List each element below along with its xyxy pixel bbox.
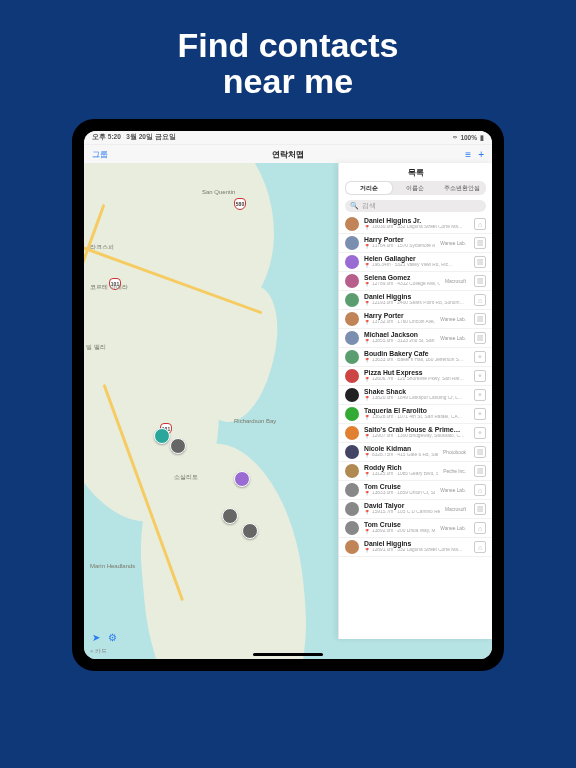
contact-name: Selena Gomez: [364, 275, 440, 282]
contact-org: Macrosoft: [445, 279, 469, 284]
list-item[interactable]: Helen Gallagher📍196.34m · 5321 Valley Vi…: [339, 253, 492, 272]
contact-org: Photobook: [443, 450, 469, 455]
contact-name: Daniel Higgins Jr.: [364, 218, 469, 225]
contact-subtitle: 13633.0m · Baker's Hall, 160 Jefferson S…: [372, 358, 464, 363]
contact-name: Shake Shack: [364, 389, 469, 396]
list-item[interactable]: Daniel Higgins📍12193.0m · 2400 Sears Poi…: [339, 291, 492, 310]
contact-name: Michael Jackson: [364, 332, 435, 339]
pin-icon: 📍: [364, 529, 370, 534]
address-kind-icon: ▥: [474, 465, 486, 477]
home-indicator: [253, 653, 323, 656]
avatar: [345, 217, 359, 231]
avatar: [345, 521, 359, 535]
hero-line2: near me: [177, 64, 398, 100]
list-item[interactable]: Tom Cruise📍13833.0m · 1859 Union Ct, Sau…: [339, 481, 492, 500]
list-item[interactable]: Selena Gomez📍12789.0m · 4312 College Ave…: [339, 272, 492, 291]
contact-subtitle: 12193.0m · 2400 Sears Point Rd, Sonom…: [372, 301, 464, 306]
contact-subtitle: 11764.0m · 1570 Sycamore Ave #7500…: [372, 244, 435, 249]
contact-subtitle: 196.34m · 5321 Valley View Rd, Ric…: [372, 263, 453, 268]
battery-percent: 100%: [460, 134, 477, 141]
list-item[interactable]: Michael Jackson📍13855.0m · 3123 2nd St, …: [339, 329, 492, 348]
contact-org: Wanee Lab.: [440, 317, 469, 322]
address-kind-icon: ⌖: [474, 408, 486, 420]
avatar: [345, 274, 359, 288]
list-item[interactable]: Taqueria El Farolito📍13628.0m · 1071 4th…: [339, 405, 492, 424]
list-item[interactable]: Boudin Bakery Cafe📍13633.0m · Baker's Ha…: [339, 348, 492, 367]
list-item[interactable]: Nicole Kidman📍8328.75m · 415 Gate 6 Rd, …: [339, 443, 492, 462]
contact-org: Wanee Lab.: [440, 526, 469, 531]
map-settings-icon[interactable]: ⚙: [108, 632, 117, 643]
pin-icon: 📍: [364, 225, 370, 230]
map-label: 코르테 마데라: [90, 283, 128, 292]
contact-subtitle: 15915.7m · 105 C D Camino Real, Millbra…: [372, 510, 440, 515]
contact-name: Saito's Crab House & Prime…: [364, 427, 469, 434]
segment-unresolved[interactable]: 주소변환안됨: [439, 182, 485, 194]
list-item[interactable]: David Talyor📍15915.7m · 105 C D Camino R…: [339, 500, 492, 519]
pin-icon: 📍: [364, 263, 370, 268]
nav-bar: 그룹 연락처맵 ≡ +: [84, 145, 492, 163]
contact-subtitle: 10030.0m · 332 Laguna Street Corte Ma…: [372, 225, 463, 230]
avatar: [345, 312, 359, 326]
pin-icon: 📍: [364, 301, 370, 306]
address-kind-icon: ▥: [474, 332, 486, 344]
avatar: [345, 464, 359, 478]
address-kind-icon: ▥: [474, 503, 486, 515]
address-kind-icon: ▥: [474, 256, 486, 268]
pin-icon: 📍: [364, 491, 370, 496]
segment-name[interactable]: 이름순: [392, 182, 438, 194]
contact-subtitle: 13855.0m · 3123 2nd St, San Francisco…: [372, 339, 435, 344]
address-kind-icon: ⌂: [474, 541, 486, 553]
contact-name: Boudin Bakery Cafe: [364, 351, 469, 358]
address-kind-icon: ▥: [474, 237, 486, 249]
sort-segmented-control[interactable]: 거리순 이름순 주소변환안됨: [345, 181, 486, 195]
avatar: [345, 293, 359, 307]
contact-subtitle: 13833.0m · 1859 Union Ct, Sausalito, CA …: [372, 491, 435, 496]
address-kind-icon: ▥: [474, 275, 486, 287]
contact-name: Helen Gallagher: [364, 256, 469, 263]
list-item[interactable]: Saito's Crab House & Prime…📍12907.0m · 1…: [339, 424, 492, 443]
pin-icon: 📍: [364, 510, 370, 515]
address-kind-icon: ⌂: [474, 218, 486, 230]
battery-icon: ▮: [480, 134, 484, 142]
address-kind-icon: ⌖: [474, 370, 486, 382]
pin-icon: 📍: [364, 282, 370, 287]
list-item[interactable]: Harry Porter📍11764.0m · 1570 Sycamore Av…: [339, 234, 492, 253]
address-kind-icon: ▥: [474, 313, 486, 325]
list-item[interactable]: Roddy Rich📍13125.0m · 1085 Geary Blvd, S…: [339, 462, 492, 481]
list-item[interactable]: Daniel Higgins Jr.📍10030.0m · 332 Laguna…: [339, 215, 492, 234]
contact-subtitle: 13125.0m · 1085 Geary Blvd, San Fran…: [372, 472, 438, 477]
avatar: [345, 236, 359, 250]
map-label: San Quentin: [202, 189, 235, 195]
list-item[interactable]: Daniel Higgins📍12891.0m · 332 Laguna Str…: [339, 538, 492, 557]
contact-subtitle: 13628.0m · 1071 4th St, San Rafael, CA…: [372, 415, 462, 420]
segment-distance[interactable]: 거리순: [346, 182, 392, 194]
list-item[interactable]: Harry Porter📍13732.0m · 1760 Lincoln Ave…: [339, 310, 492, 329]
avatar: [345, 407, 359, 421]
list-item[interactable]: Shake Shack📍13820.0m · 1849 Larkspur Lan…: [339, 386, 492, 405]
locate-me-icon[interactable]: ➤: [92, 632, 100, 643]
address-kind-icon: ⌂: [474, 484, 486, 496]
address-kind-icon: ⌖: [474, 351, 486, 363]
pin-icon: 📍: [364, 396, 370, 401]
contact-subtitle: 12789.0m · 4312 College Ave, Oakland…: [372, 282, 440, 287]
contact-org: Wanee Lab.: [440, 336, 469, 341]
screen: 오후 5:20 3월 20일 금요일 ⌔ 100% ▮ 그룹 연락처맵 ≡ +: [84, 131, 492, 659]
pin-icon: 📍: [364, 320, 370, 325]
contact-name: Taqueria El Farolito: [364, 408, 469, 415]
map-label: 소살리토: [174, 473, 198, 482]
avatar: [345, 426, 359, 440]
search-input[interactable]: 🔍 검색: [345, 200, 486, 212]
address-kind-icon: ⌖: [474, 427, 486, 439]
list-item[interactable]: Tom Cruise📍13892.0m · 200 Linda Way, Mil…: [339, 519, 492, 538]
address-kind-icon: ⌂: [474, 294, 486, 306]
page-title: 연락처맵: [84, 149, 492, 160]
pin-icon: 📍: [364, 339, 370, 344]
list-item[interactable]: Pizza Hut Express📍12606.7m · 120 Shoreli…: [339, 367, 492, 386]
contacts-list[interactable]: Daniel Higgins Jr.📍10030.0m · 332 Laguna…: [339, 215, 492, 639]
wifi-icon: ⌔: [453, 134, 457, 141]
address-kind-icon: ▥: [474, 446, 486, 458]
contact-subtitle: 13892.0m · 200 Linda Way, Mill Valley, C…: [372, 529, 435, 534]
contact-name: David Talyor: [364, 503, 440, 510]
map-label: 라크스퍼: [90, 243, 114, 252]
avatar: [345, 369, 359, 383]
